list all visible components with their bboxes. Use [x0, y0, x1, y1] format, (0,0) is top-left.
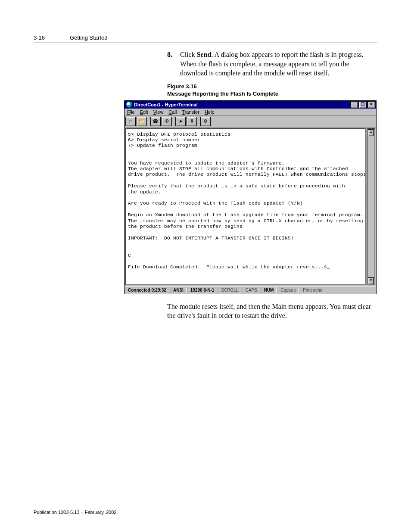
- new-icon[interactable]: □: [125, 117, 136, 126]
- publication-footer: Publication 1203-5.13 – February, 2002: [34, 510, 116, 515]
- menu-view-r: iew: [156, 109, 164, 115]
- minimize-button[interactable]: _: [350, 101, 358, 108]
- toolbar-spacer: [148, 117, 149, 126]
- divider: [34, 43, 377, 43]
- maximize-button[interactable]: ❐: [359, 101, 367, 108]
- hyperterminal-window: DirectCom1 - HyperTerminal _ ❐ ✕ File Ed…: [124, 100, 377, 294]
- menu-help-u: H: [205, 109, 208, 115]
- step-bold-word: Send: [197, 51, 212, 58]
- menu-call[interactable]: Call: [168, 109, 177, 115]
- client-area: 5> Display DF1 protocol statistics 6> Di…: [125, 128, 376, 286]
- status-capture: Capture: [277, 287, 299, 293]
- vertical-scrollbar[interactable]: ▲ ▼: [367, 128, 375, 285]
- body-column: 8. Click Send. A dialog box appears to r…: [167, 50, 377, 98]
- terminal-pane[interactable]: 5> Display DF1 protocol statistics 6> Di…: [125, 128, 366, 285]
- menu-edit[interactable]: Edit: [140, 109, 148, 115]
- section-title: Getting Started: [70, 34, 107, 41]
- menu-edit-u: E: [140, 109, 143, 115]
- status-bar: Connected 0:29:32 ANSI 19200 8-N-1 SCROL…: [125, 286, 376, 294]
- menu-help[interactable]: Help: [205, 109, 215, 115]
- status-scroll: SCROLL: [218, 287, 241, 293]
- toolbar: □ 📂 ☎ ✆ ➤ ⬇ ⚙: [125, 115, 376, 128]
- open-icon[interactable]: 📂: [137, 117, 147, 126]
- status-connected: Connected 0:29:32: [125, 287, 169, 293]
- menu-bar: File Edit View Call Transfer Help: [125, 109, 376, 115]
- status-caps: CAPS: [242, 287, 260, 293]
- menu-view[interactable]: View: [153, 109, 164, 115]
- step-number: 8.: [167, 50, 176, 78]
- body-paragraph: The module resets itself, and then the M…: [167, 302, 377, 320]
- close-button[interactable]: ✕: [367, 101, 375, 108]
- terminal-text: 5> Display DF1 protocol statistics 6> Di…: [128, 132, 363, 271]
- running-head: 3-16 Getting Started: [34, 34, 377, 41]
- menu-transfer[interactable]: Transfer: [182, 109, 199, 115]
- titlebar: DirectCom1 - HyperTerminal _ ❐ ✕: [125, 101, 376, 109]
- scroll-down-icon[interactable]: ▼: [368, 277, 374, 284]
- menu-view-u: V: [153, 109, 156, 115]
- page: 3-16 Getting Started 8. Click Send. A di…: [0, 0, 411, 532]
- connect-icon[interactable]: ☎: [150, 117, 161, 126]
- menu-help-r: elp: [208, 109, 215, 115]
- step-text: Click Send. A dialog box appears to repo…: [180, 50, 377, 78]
- scroll-up-icon[interactable]: ▲: [368, 129, 374, 136]
- status-echo: Print echo: [300, 287, 325, 293]
- status-emulation: ANSI: [170, 287, 187, 293]
- step-8: 8. Click Send. A dialog box appears to r…: [167, 50, 377, 78]
- window-title: DirectCom1 - HyperTerminal: [134, 102, 198, 107]
- menu-transfer-r: ransfer: [185, 109, 199, 115]
- disconnect-icon[interactable]: ✆: [162, 117, 172, 126]
- menu-file-r: ile: [130, 109, 135, 115]
- toolbar-spacer-3: [198, 117, 199, 126]
- menu-edit-r: dit: [143, 109, 148, 115]
- step-text-prefix: Click: [180, 51, 197, 58]
- menu-file-u: F: [127, 109, 130, 115]
- figure-title: Message Reporting the Flash Is Complete: [167, 90, 377, 98]
- page-number: 3-16: [34, 34, 45, 41]
- app-icon: [126, 102, 132, 108]
- properties-icon[interactable]: ⚙: [200, 117, 211, 126]
- receive-icon[interactable]: ⬇: [187, 117, 197, 126]
- menu-call-r: all: [172, 109, 177, 115]
- status-port: 19200 8-N-1: [187, 287, 218, 293]
- menu-file[interactable]: File: [127, 109, 135, 115]
- figure-label: Figure 3.16: [167, 83, 377, 90]
- figure-caption: Figure 3.16 Message Reporting the Flash …: [167, 83, 377, 98]
- toolbar-spacer-2: [173, 117, 174, 126]
- send-icon[interactable]: ➤: [175, 117, 186, 126]
- status-num: NUM: [261, 287, 277, 293]
